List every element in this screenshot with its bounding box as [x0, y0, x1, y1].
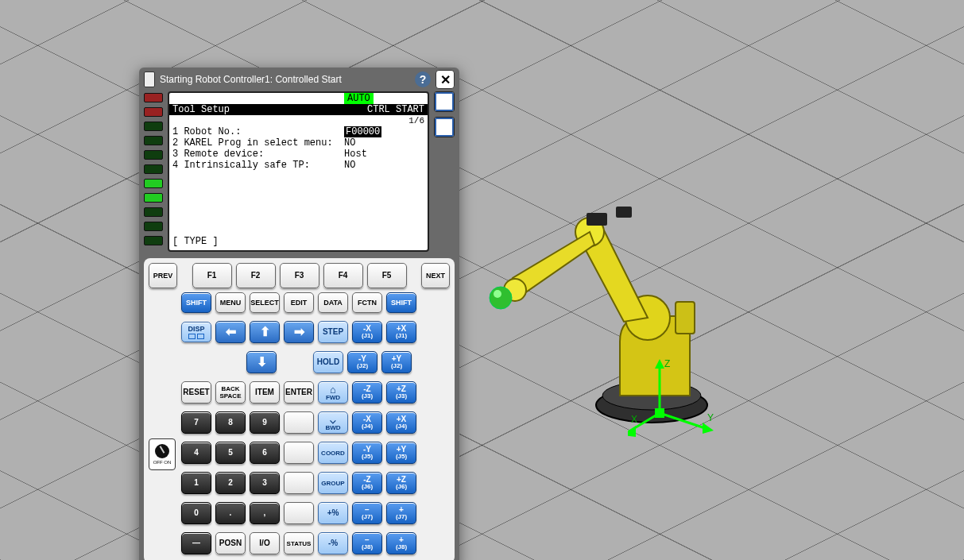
- f4-button[interactable]: F4: [323, 263, 363, 288]
- blank-3[interactable]: [284, 472, 314, 494]
- shift-button-right[interactable]: SHIFT: [386, 292, 416, 313]
- screen-mode: CTRL START: [367, 104, 424, 115]
- blank-1[interactable]: [284, 411, 314, 434]
- side-view-button-2[interactable]: [434, 117, 455, 137]
- arrow-up[interactable]: ⬆: [250, 321, 280, 343]
- led-3: [144, 122, 163, 131]
- enter-button[interactable]: ENTER: [284, 381, 314, 404]
- jog-plus-y-j2[interactable]: +Y(J2): [381, 351, 412, 373]
- jog-minus-z-j6[interactable]: -Z(J6): [352, 472, 382, 494]
- jog-plus-z-j3[interactable]: +Z(J3): [386, 381, 416, 404]
- jog-plus-x-j4[interactable]: +X(J4): [386, 411, 416, 434]
- step-button[interactable]: STEP: [318, 321, 348, 343]
- screen-body: 1 Robot No.: F00000 2 KAREL Prog in sele…: [172, 126, 381, 171]
- svg-rect-9: [616, 207, 632, 218]
- menu-button[interactable]: MENU: [215, 292, 246, 313]
- status-leds: [144, 91, 163, 252]
- close-button[interactable]: ✕: [436, 70, 455, 89]
- side-view-button-1[interactable]: [434, 91, 455, 112]
- num-7[interactable]: 7: [181, 411, 211, 434]
- jog-minus-x-j4[interactable]: -X(J4): [352, 411, 382, 434]
- axis-x-label: X: [631, 414, 637, 425]
- minus-button[interactable]: —: [181, 532, 211, 554]
- num-2[interactable]: 2: [215, 472, 246, 494]
- next-button[interactable]: NEXT: [421, 263, 450, 288]
- jog-plus-y-j5[interactable]: +Y(J5): [386, 442, 416, 464]
- backspace-button[interactable]: BACK SPACE: [215, 381, 246, 404]
- num-dot[interactable]: .: [215, 502, 246, 524]
- svg-rect-8: [676, 302, 695, 334]
- jog-minus-y-j2[interactable]: -Y(J2): [347, 351, 377, 373]
- svg-rect-4: [587, 213, 607, 226]
- f1-button[interactable]: F1: [192, 263, 232, 288]
- svg-point-6: [490, 287, 512, 309]
- window-title: Starting Robot Controller1: Controlled S…: [160, 74, 410, 85]
- led-10: [144, 222, 163, 231]
- svg-marker-13: [703, 423, 714, 434]
- jog-minus-x-j1[interactable]: -X(J1): [352, 321, 382, 343]
- arrow-down[interactable]: ⬇: [246, 351, 277, 373]
- minus-pct-button[interactable]: -%: [318, 532, 348, 554]
- off-on-switch[interactable]: OFF ON: [149, 438, 176, 470]
- num-9[interactable]: 9: [250, 411, 280, 434]
- titlebar[interactable]: Starting Robot Controller1: Controlled S…: [139, 68, 459, 91]
- jog-minus-j8[interactable]: −(J8): [352, 532, 382, 554]
- jog-minus-y-j5[interactable]: -Y(J5): [352, 442, 382, 464]
- jog-plus-x-j1[interactable]: +X(J1): [386, 321, 416, 343]
- led-9: [144, 207, 163, 217]
- shift-button-left[interactable]: SHIFT: [181, 292, 211, 313]
- led-7: [144, 179, 163, 188]
- arrow-left[interactable]: ⬅: [215, 321, 246, 343]
- svg-marker-15: [628, 426, 636, 437]
- arrow-right[interactable]: ➡: [284, 321, 314, 343]
- mode-badge: AUTO: [344, 93, 374, 104]
- led-1: [144, 93, 163, 102]
- screen-title: Tool Setup: [172, 104, 230, 115]
- edit-button[interactable]: EDIT: [284, 292, 314, 313]
- jog-minus-j7[interactable]: −(J7): [352, 502, 382, 524]
- axis-z-label: Z: [664, 358, 670, 369]
- screen-header: Tool Setup CTRL START: [169, 104, 428, 115]
- num-8[interactable]: 8: [215, 411, 246, 434]
- svg-line-12: [660, 413, 707, 429]
- io-button[interactable]: I/O: [250, 532, 280, 554]
- blank-4[interactable]: [284, 502, 314, 524]
- item-button[interactable]: ITEM: [250, 381, 280, 404]
- prev-button[interactable]: PREV: [149, 263, 177, 288]
- reset-button[interactable]: RESET: [181, 381, 211, 404]
- fctn-button[interactable]: FCTN: [352, 292, 382, 313]
- bwd-button[interactable]: ⌵BWD: [318, 411, 348, 434]
- f5-button[interactable]: F5: [367, 263, 407, 288]
- pendant-screen[interactable]: AUTO Tool Setup CTRL START 1/6 1 Robot N…: [168, 91, 429, 252]
- jog-plus-z-j6[interactable]: +Z(J6): [386, 472, 416, 494]
- num-3[interactable]: 3: [250, 472, 280, 494]
- help-button[interactable]: ?: [415, 71, 431, 87]
- num-5[interactable]: 5: [215, 442, 246, 464]
- axis-y-label: Y: [707, 412, 714, 423]
- data-button[interactable]: DATA: [318, 292, 348, 313]
- led-11: [144, 236, 163, 245]
- num-4[interactable]: 4: [181, 442, 211, 464]
- f3-button[interactable]: F3: [280, 263, 319, 288]
- fwd-button[interactable]: ⌂FWD: [318, 381, 348, 404]
- num-comma[interactable]: ,: [250, 502, 280, 524]
- num-1[interactable]: 1: [181, 472, 211, 494]
- led-6: [144, 164, 163, 174]
- keypad: PREV F1 F2 F3 F4 F5 NEXT OFF ON: [144, 258, 455, 560]
- jog-minus-z-j3[interactable]: -Z(J3): [352, 381, 382, 404]
- axis-gizmo: Z Y X: [628, 357, 723, 437]
- disp-button[interactable]: DISP: [181, 322, 211, 342]
- select-button[interactable]: SELECT: [250, 292, 280, 313]
- hold-button[interactable]: HOLD: [313, 351, 343, 373]
- group-button[interactable]: GROUP: [318, 472, 348, 494]
- jog-plus-j8[interactable]: +(J8): [386, 532, 416, 554]
- blank-2[interactable]: [284, 442, 314, 464]
- status-button[interactable]: STATUS: [284, 532, 314, 554]
- posn-button[interactable]: POSN: [215, 532, 246, 554]
- coord-button[interactable]: COORD: [318, 442, 348, 464]
- num-0[interactable]: 0: [181, 502, 211, 524]
- num-6[interactable]: 6: [250, 442, 280, 464]
- f2-button[interactable]: F2: [236, 263, 276, 288]
- plus-pct-button[interactable]: +%: [318, 502, 348, 524]
- jog-plus-j7[interactable]: +(J7): [386, 502, 416, 524]
